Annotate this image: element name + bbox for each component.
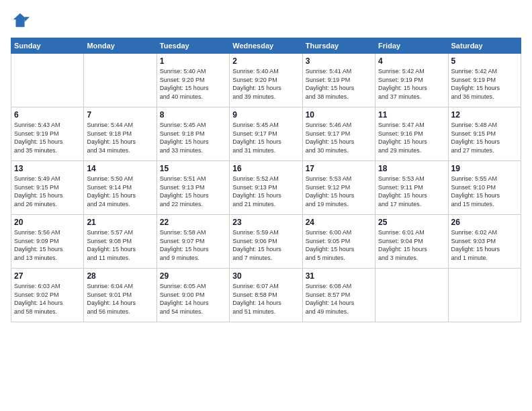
day-info: Sunrise: 5:43 AM Sunset: 9:19 PM Dayligh… — [14, 121, 81, 154]
day-cell: 22Sunrise: 5:58 AM Sunset: 9:07 PM Dayli… — [157, 215, 229, 269]
day-cell: 23Sunrise: 5:59 AM Sunset: 9:06 PM Dayli… — [230, 215, 302, 269]
day-info: Sunrise: 6:08 AM Sunset: 8:57 PM Dayligh… — [306, 282, 372, 316]
day-cell: 25Sunrise: 6:01 AM Sunset: 9:04 PM Dayli… — [375, 215, 448, 269]
day-info: Sunrise: 5:42 AM Sunset: 9:19 PM Dayligh… — [378, 67, 445, 101]
day-cell: 2Sunrise: 5:40 AM Sunset: 9:20 PM Daylig… — [230, 54, 302, 107]
day-number: 15 — [160, 164, 226, 173]
day-info: Sunrise: 5:46 AM Sunset: 9:17 PM Dayligh… — [306, 121, 372, 154]
day-cell: 4Sunrise: 5:42 AM Sunset: 9:19 PM Daylig… — [375, 54, 448, 107]
header-thursday: Thursday — [302, 38, 375, 54]
day-info: Sunrise: 5:44 AM Sunset: 9:18 PM Dayligh… — [87, 121, 153, 154]
day-number: 3 — [306, 56, 372, 66]
day-info: Sunrise: 5:53 AM Sunset: 9:12 PM Dayligh… — [306, 175, 372, 208]
day-info: Sunrise: 5:45 AM Sunset: 9:17 PM Dayligh… — [232, 121, 299, 154]
week-row-1: 6Sunrise: 5:43 AM Sunset: 9:19 PM Daylig… — [11, 107, 521, 161]
day-cell: 1Sunrise: 5:40 AM Sunset: 9:20 PM Daylig… — [157, 54, 229, 107]
day-number: 10 — [306, 110, 372, 120]
day-cell: 21Sunrise: 5:57 AM Sunset: 9:08 PM Dayli… — [84, 215, 157, 269]
day-info: Sunrise: 5:55 AM Sunset: 9:10 PM Dayligh… — [451, 175, 518, 208]
day-cell — [448, 269, 521, 322]
day-cell: 30Sunrise: 6:07 AM Sunset: 8:58 PM Dayli… — [230, 269, 302, 322]
day-number: 16 — [232, 164, 299, 173]
day-number: 2 — [232, 56, 299, 66]
day-number: 22 — [160, 218, 226, 227]
day-info: Sunrise: 5:53 AM Sunset: 9:11 PM Dayligh… — [378, 175, 445, 208]
day-number: 31 — [306, 271, 372, 281]
day-cell: 6Sunrise: 5:43 AM Sunset: 9:19 PM Daylig… — [11, 107, 84, 161]
day-info: Sunrise: 6:03 AM Sunset: 9:02 PM Dayligh… — [14, 282, 81, 316]
day-number: 21 — [87, 218, 153, 227]
day-cell: 9Sunrise: 5:45 AM Sunset: 9:17 PM Daylig… — [230, 107, 302, 161]
day-cell: 3Sunrise: 5:41 AM Sunset: 9:19 PM Daylig… — [302, 54, 375, 107]
day-info: Sunrise: 5:49 AM Sunset: 9:15 PM Dayligh… — [14, 175, 81, 208]
day-cell: 19Sunrise: 5:55 AM Sunset: 9:10 PM Dayli… — [448, 161, 521, 215]
day-info: Sunrise: 6:05 AM Sunset: 9:00 PM Dayligh… — [160, 282, 226, 316]
day-info: Sunrise: 5:40 AM Sunset: 9:20 PM Dayligh… — [232, 67, 299, 101]
day-info: Sunrise: 5:42 AM Sunset: 9:19 PM Dayligh… — [451, 67, 518, 101]
week-row-2: 13Sunrise: 5:49 AM Sunset: 9:15 PM Dayli… — [11, 161, 521, 215]
logo-icon — [11, 11, 30, 30]
day-number: 27 — [14, 271, 81, 281]
day-number: 12 — [451, 110, 518, 120]
day-number: 29 — [160, 271, 226, 281]
page-header — [11, 11, 521, 30]
day-cell — [11, 54, 84, 107]
day-number: 18 — [378, 164, 445, 173]
day-cell: 31Sunrise: 6:08 AM Sunset: 8:57 PM Dayli… — [302, 269, 375, 322]
day-number: 20 — [14, 218, 81, 227]
header-wednesday: Wednesday — [230, 38, 302, 54]
day-cell — [375, 269, 448, 322]
day-info: Sunrise: 5:57 AM Sunset: 9:08 PM Dayligh… — [87, 228, 153, 262]
day-info: Sunrise: 6:07 AM Sunset: 8:58 PM Dayligh… — [232, 282, 299, 316]
calendar-table: SundayMondayTuesdayWednesdayThursdayFrid… — [11, 38, 521, 322]
day-number: 26 — [451, 218, 518, 227]
day-cell: 28Sunrise: 6:04 AM Sunset: 9:01 PM Dayli… — [84, 269, 157, 322]
day-info: Sunrise: 5:51 AM Sunset: 9:13 PM Dayligh… — [160, 175, 226, 208]
day-info: Sunrise: 6:00 AM Sunset: 9:05 PM Dayligh… — [306, 228, 372, 262]
day-cell: 15Sunrise: 5:51 AM Sunset: 9:13 PM Dayli… — [157, 161, 229, 215]
day-info: Sunrise: 5:47 AM Sunset: 9:16 PM Dayligh… — [378, 121, 445, 154]
day-number: 1 — [160, 56, 226, 66]
day-cell: 20Sunrise: 5:56 AM Sunset: 9:09 PM Dayli… — [11, 215, 84, 269]
day-info: Sunrise: 6:04 AM Sunset: 9:01 PM Dayligh… — [87, 282, 153, 316]
svg-marker-1 — [25, 17, 30, 21]
day-info: Sunrise: 5:45 AM Sunset: 9:18 PM Dayligh… — [160, 121, 226, 154]
day-number: 30 — [232, 271, 299, 281]
logo — [11, 11, 32, 30]
day-number: 6 — [14, 110, 81, 120]
week-row-3: 20Sunrise: 5:56 AM Sunset: 9:09 PM Dayli… — [11, 215, 521, 269]
day-info: Sunrise: 5:41 AM Sunset: 9:19 PM Dayligh… — [306, 67, 372, 101]
day-number: 23 — [232, 218, 299, 227]
day-info: Sunrise: 5:52 AM Sunset: 9:13 PM Dayligh… — [232, 175, 299, 208]
header-tuesday: Tuesday — [157, 38, 229, 54]
day-number: 13 — [14, 164, 81, 173]
header-friday: Friday — [375, 38, 448, 54]
day-number: 4 — [378, 56, 445, 66]
day-cell: 8Sunrise: 5:45 AM Sunset: 9:18 PM Daylig… — [157, 107, 229, 161]
day-info: Sunrise: 6:01 AM Sunset: 9:04 PM Dayligh… — [378, 228, 445, 262]
day-number: 9 — [232, 110, 299, 120]
day-info: Sunrise: 5:56 AM Sunset: 9:09 PM Dayligh… — [14, 228, 81, 262]
week-row-0: 1Sunrise: 5:40 AM Sunset: 9:20 PM Daylig… — [11, 54, 521, 107]
day-info: Sunrise: 5:40 AM Sunset: 9:20 PM Dayligh… — [160, 67, 226, 101]
day-number: 28 — [87, 271, 153, 281]
day-info: Sunrise: 5:48 AM Sunset: 9:15 PM Dayligh… — [451, 121, 518, 154]
week-row-4: 27Sunrise: 6:03 AM Sunset: 9:02 PM Dayli… — [11, 269, 521, 322]
day-cell: 16Sunrise: 5:52 AM Sunset: 9:13 PM Dayli… — [230, 161, 302, 215]
day-cell: 7Sunrise: 5:44 AM Sunset: 9:18 PM Daylig… — [84, 107, 157, 161]
day-cell: 26Sunrise: 6:02 AM Sunset: 9:03 PM Dayli… — [448, 215, 521, 269]
day-number: 7 — [87, 110, 153, 120]
day-info: Sunrise: 5:59 AM Sunset: 9:06 PM Dayligh… — [232, 228, 299, 262]
day-info: Sunrise: 5:58 AM Sunset: 9:07 PM Dayligh… — [160, 228, 226, 262]
day-cell: 29Sunrise: 6:05 AM Sunset: 9:00 PM Dayli… — [157, 269, 229, 322]
day-number: 17 — [306, 164, 372, 173]
day-number: 14 — [87, 164, 153, 173]
day-info: Sunrise: 6:02 AM Sunset: 9:03 PM Dayligh… — [451, 228, 518, 262]
day-cell: 12Sunrise: 5:48 AM Sunset: 9:15 PM Dayli… — [448, 107, 521, 161]
day-cell: 14Sunrise: 5:50 AM Sunset: 9:14 PM Dayli… — [84, 161, 157, 215]
day-cell: 24Sunrise: 6:00 AM Sunset: 9:05 PM Dayli… — [302, 215, 375, 269]
day-cell: 10Sunrise: 5:46 AM Sunset: 9:17 PM Dayli… — [302, 107, 375, 161]
day-number: 11 — [378, 110, 445, 120]
day-info: Sunrise: 5:50 AM Sunset: 9:14 PM Dayligh… — [87, 175, 153, 208]
header-monday: Monday — [84, 38, 157, 54]
